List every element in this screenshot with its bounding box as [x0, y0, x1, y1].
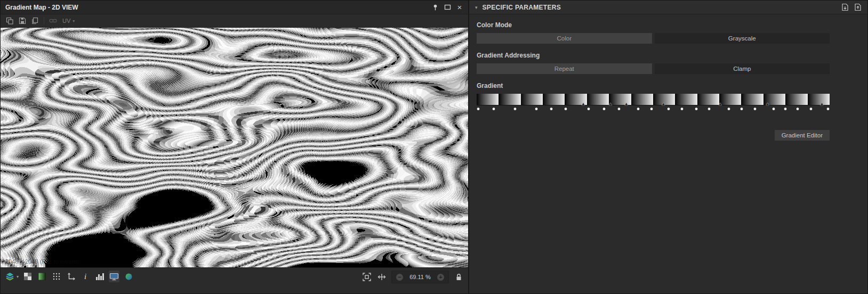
addressing-clamp-button[interactable]: Clamp [655, 63, 830, 74]
info-glyph: i [84, 272, 86, 281]
2d-view-statusbar: ▾ i [1, 267, 468, 293]
new-view-icon[interactable] [4, 16, 14, 26]
gradient-stop-triangle[interactable]: ▲ [819, 102, 824, 107]
zoom-out-button[interactable]: − [396, 274, 403, 281]
channels-layers-icon[interactable] [4, 271, 15, 282]
save-icon[interactable] [17, 16, 27, 26]
gradient-stop-circle[interactable] [783, 107, 787, 111]
gradient-stop-circle[interactable] [649, 107, 653, 111]
close-icon[interactable]: × [454, 2, 465, 13]
info-icon[interactable]: i [80, 271, 91, 282]
uv-mode-label: UV [62, 18, 70, 24]
2d-view-titlebar: Gradient Map - 2D VIEW × [1, 1, 468, 14]
gradient-stop-circle[interactable] [707, 107, 711, 111]
gradient-stop-circle[interactable] [492, 107, 495, 111]
2d-view-title: Gradient Map - 2D VIEW [5, 4, 78, 11]
preset-load-icon[interactable] [853, 2, 863, 13]
gradient-label: Gradient [477, 82, 830, 89]
gradient-map-preview [1, 28, 468, 267]
gradient-stop-circle[interactable] [602, 107, 606, 111]
gradient-stop-circle[interactable] [564, 107, 568, 111]
gradient-stop-circle[interactable] [753, 107, 757, 111]
gradient-strip[interactable] [477, 94, 830, 105]
preset-save-icon[interactable] [840, 2, 850, 13]
gradient-stop-triangle[interactable]: ▲ [624, 102, 629, 107]
gradient-stop-circle[interactable] [826, 107, 830, 111]
gradient-stop-circle[interactable] [772, 107, 776, 111]
gradient-editor-button[interactable]: Gradient Editor [775, 130, 830, 141]
parameters-header: ▾ SPECIFIC PARAMETERS [469, 1, 867, 14]
link-icon[interactable] [48, 16, 58, 26]
gradient-stop-circle[interactable] [550, 107, 553, 111]
zoom-controls: − 69.11 % + [391, 271, 449, 283]
statusbar-right-group: − 69.11 % + [361, 271, 464, 283]
pin-icon[interactable] [430, 2, 440, 13]
pan-view-icon[interactable] [376, 271, 387, 283]
color-mode-label: Color Mode [477, 21, 830, 29]
gradient-stop-circle[interactable] [586, 107, 590, 111]
gradient-stop-circle[interactable] [534, 107, 538, 111]
gradient-stop-triangle[interactable]: ▲ [765, 102, 770, 107]
gradient-stop-triangle[interactable]: ▲ [718, 102, 722, 107]
zoom-in-button[interactable]: + [437, 274, 444, 281]
gradient-stop-triangle[interactable]: ▲ [608, 102, 613, 107]
uv-mode-dropdown[interactable]: UV ▾ [61, 18, 76, 24]
collapse-chevron-icon[interactable]: ▾ [475, 5, 478, 10]
checker-background-icon[interactable] [22, 271, 33, 282]
gradient-editor-row: Gradient Editor [477, 130, 830, 141]
gradient-stop-circle[interactable] [680, 107, 684, 111]
histogram-icon[interactable] [94, 271, 105, 282]
gradient-addressing-label: Gradient Addressing [477, 52, 830, 59]
background-gradient-icon[interactable] [37, 271, 47, 282]
axis-icon[interactable] [66, 271, 76, 282]
copy-icon[interactable] [30, 16, 40, 26]
gradient-stop-triangle[interactable]: ▲ [661, 102, 666, 107]
parameters-body: Color Mode Color Grayscale Gradient Addr… [469, 14, 867, 141]
gradient-addressing-group: Repeat Clamp [477, 63, 830, 74]
fit-view-icon[interactable] [361, 271, 372, 283]
statusbar-left-group: ▾ i [4, 271, 134, 282]
color-profile-icon[interactable] [123, 271, 134, 282]
2d-view-toolbar: UV ▾ [1, 14, 468, 28]
gradient-markers: ▲▲▲▲▲▲▲ [477, 105, 830, 113]
2d-view-canvas[interactable]: 2048 × 2048 (Rel. to parent) [1, 28, 468, 267]
gradient-stop-circle[interactable] [513, 107, 517, 111]
gradient-stop-circle[interactable] [695, 107, 698, 111]
lock-zoom-icon[interactable] [453, 271, 464, 283]
display-icon[interactable] [109, 271, 119, 282]
toolbar-separator [44, 17, 44, 24]
gradient-stop-circle[interactable] [796, 107, 800, 111]
channels-dropdown-chevron-icon[interactable]: ▾ [17, 274, 19, 279]
gradient-stop-circle[interactable] [727, 107, 731, 111]
addressing-repeat-button[interactable]: Repeat [477, 63, 652, 74]
app-window: Gradient Map - 2D VIEW × [0, 0, 868, 294]
grid-icon[interactable] [51, 271, 62, 282]
color-mode-color-button[interactable]: Color [477, 33, 652, 44]
color-mode-group: Color Grayscale [477, 33, 830, 44]
zoom-value[interactable]: 69.11 % [408, 274, 432, 280]
2d-view-panel: Gradient Map - 2D VIEW × [1, 1, 468, 293]
gradient-stop-circle[interactable] [740, 107, 744, 111]
gradient-stop-circle[interactable] [477, 107, 480, 111]
float-window-icon[interactable] [442, 2, 453, 13]
gradient-stop-circle[interactable] [809, 107, 813, 111]
parameters-title: SPECIFIC PARAMETERS [483, 4, 561, 11]
color-mode-grayscale-button[interactable]: Grayscale [655, 33, 830, 44]
gradient-stop-circle[interactable] [636, 107, 640, 111]
gradient-stop-circle[interactable] [667, 107, 671, 111]
parameters-panel: ▾ SPECIFIC PARAMETERS Color Mode Color G… [468, 1, 867, 293]
gradient-stop-triangle[interactable]: ▲ [581, 102, 585, 107]
chevron-down-icon: ▾ [73, 19, 75, 23]
gradient-stop-circle[interactable] [617, 107, 621, 111]
